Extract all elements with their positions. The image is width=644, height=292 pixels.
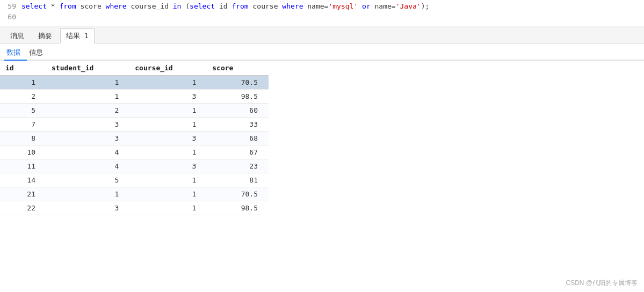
cell-score: 81 xyxy=(207,173,269,187)
cell-course_id: 1 xyxy=(129,104,207,118)
tabs-row: 消息摘要结果 1 xyxy=(0,26,644,43)
col-header-score: score xyxy=(207,61,269,76)
cell-score: 33 xyxy=(207,118,269,132)
table-row[interactable]: 11170.5 xyxy=(0,76,269,90)
cell-course_id: 1 xyxy=(129,118,207,132)
cell-id: 21 xyxy=(0,187,46,201)
cell-course_id: 1 xyxy=(129,145,207,159)
cell-course_id: 1 xyxy=(129,201,207,215)
sub-tab-1[interactable]: 信息 xyxy=(27,46,49,61)
sub-tabs-row: 数据信息 xyxy=(0,43,644,61)
cell-course_id: 1 xyxy=(129,187,207,201)
tab-0[interactable]: 消息 xyxy=(4,28,30,43)
cell-student_id: 2 xyxy=(46,104,129,118)
col-header-student_id: student_id xyxy=(46,61,129,76)
cell-id: 8 xyxy=(0,132,46,145)
cell-id: 22 xyxy=(0,201,46,215)
tab-1[interactable]: 摘要 xyxy=(32,28,58,43)
cell-score: 70.5 xyxy=(207,76,269,90)
cell-id: 14 xyxy=(0,173,46,187)
cell-student_id: 1 xyxy=(46,187,129,201)
cell-score: 68 xyxy=(207,132,269,145)
table-row[interactable]: 83368 xyxy=(0,132,269,145)
cell-student_id: 4 xyxy=(46,145,129,159)
cell-score: 60 xyxy=(207,104,269,118)
cell-course_id: 3 xyxy=(129,90,207,104)
results-table: idstudent_idcourse_idscore 11170.521398.… xyxy=(0,61,269,215)
line-number: 59 xyxy=(0,2,21,10)
cell-course_id: 1 xyxy=(129,76,207,90)
cell-id: 10 xyxy=(0,145,46,159)
table-row[interactable]: 211170.5 xyxy=(0,187,269,201)
cell-score: 67 xyxy=(207,145,269,159)
cell-student_id: 1 xyxy=(46,76,129,90)
cell-id: 7 xyxy=(0,118,46,132)
table-row[interactable]: 21398.5 xyxy=(0,90,269,104)
cell-course_id: 3 xyxy=(129,159,207,173)
line-number: 60 xyxy=(0,13,21,21)
table-row[interactable]: 73133 xyxy=(0,118,269,132)
tab-2[interactable]: 结果 1 xyxy=(60,28,95,43)
cell-score: 23 xyxy=(207,159,269,173)
cell-score: 98.5 xyxy=(207,90,269,104)
table-area: idstudent_idcourse_idscore 11170.521398.… xyxy=(0,61,644,215)
code-text: select * from score where course_id in (… xyxy=(21,2,644,10)
code-area: 59select * from score where course_id in… xyxy=(0,0,644,26)
code-line: 59select * from score where course_id in… xyxy=(0,2,644,13)
cell-id: 11 xyxy=(0,159,46,173)
table-row[interactable]: 145181 xyxy=(0,173,269,187)
cell-student_id: 3 xyxy=(46,118,129,132)
cell-student_id: 5 xyxy=(46,173,129,187)
code-line: 60 xyxy=(0,13,644,24)
table-row[interactable]: 52160 xyxy=(0,104,269,118)
cell-student_id: 3 xyxy=(46,201,129,215)
cell-id: 2 xyxy=(0,90,46,104)
table-row[interactable]: 114323 xyxy=(0,159,269,173)
col-header-course_id: course_id xyxy=(129,61,207,76)
sub-tab-0[interactable]: 数据 xyxy=(4,46,27,61)
cell-score: 70.5 xyxy=(207,187,269,201)
cell-student_id: 4 xyxy=(46,159,129,173)
table-row[interactable]: 223198.5 xyxy=(0,201,269,215)
cell-course_id: 1 xyxy=(129,173,207,187)
col-header-id: id xyxy=(0,61,46,76)
cell-id: 5 xyxy=(0,104,46,118)
cell-course_id: 3 xyxy=(129,132,207,145)
cell-student_id: 1 xyxy=(46,90,129,104)
table-row[interactable]: 104167 xyxy=(0,145,269,159)
cell-student_id: 3 xyxy=(46,132,129,145)
cell-score: 98.5 xyxy=(207,201,269,215)
cell-id: 1 xyxy=(0,76,46,90)
